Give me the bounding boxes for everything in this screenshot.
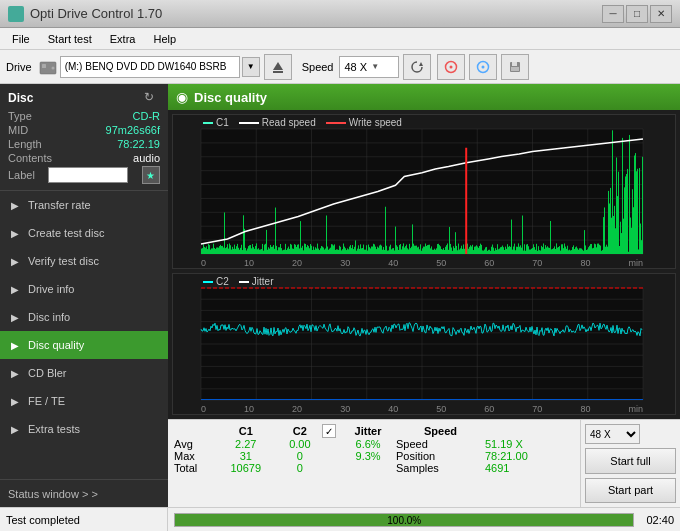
main-layout: Disc ↻ Type CD-R MID 97m26s66f Length 78…	[0, 84, 680, 507]
sidebar-item-fe-te[interactable]: ▶ FE / TE	[0, 387, 168, 415]
chart1-legend: C1 Read speed Write speed	[203, 117, 402, 128]
contents-value: audio	[133, 152, 160, 164]
speed-value-stat: 51.19 X	[485, 438, 574, 450]
disc-quality-icon: ▶	[8, 338, 22, 352]
nav-label-create-test-disc: Create test disc	[28, 227, 104, 239]
speed-dropdown[interactable]: 48 X ▼	[339, 56, 399, 78]
nav-label-extra-tests: Extra tests	[28, 423, 80, 435]
svg-point-9	[482, 65, 485, 68]
status-message: Test completed	[6, 514, 80, 526]
sidebar-item-drive-info[interactable]: ▶ Drive info	[0, 275, 168, 303]
chart1-canvas	[173, 115, 675, 268]
save-button[interactable]	[501, 54, 529, 80]
sidebar-item-transfer-rate[interactable]: ▶ Transfer rate	[0, 191, 168, 219]
samples-label-stat: Samples	[396, 462, 485, 474]
extra-tests-icon: ▶	[8, 422, 22, 436]
drive-dropdown[interactable]: (M:) BENQ DVD DD DW1640 BSRB	[60, 56, 240, 78]
row-total-label: Total	[174, 462, 214, 474]
position-value-stat: 78:21.00	[485, 450, 574, 462]
transfer-rate-icon: ▶	[8, 198, 22, 212]
label-input[interactable]	[48, 167, 128, 183]
progress-label: 100.0%	[387, 514, 421, 525]
row-avg-c1: 2.27	[214, 438, 278, 450]
length-label: Length	[8, 138, 42, 150]
position-label-stat: Position	[396, 450, 485, 462]
drive-label: Drive	[6, 61, 32, 73]
content-area: ◉ Disc quality 200 150 100 50 30 20 15 1…	[168, 84, 680, 507]
row-total-c2: 0	[278, 462, 323, 474]
svg-rect-12	[511, 67, 519, 71]
sidebar-item-verify-test-disc[interactable]: ▶ Verify test disc	[0, 247, 168, 275]
disc-quality-header-icon: ◉	[176, 89, 188, 105]
menu-file[interactable]: File	[4, 31, 38, 47]
chart2-canvas	[173, 274, 675, 414]
fe-te-icon: ▶	[8, 394, 22, 408]
nav-label-cd-bler: CD Bler	[28, 367, 67, 379]
sidebar-item-disc-quality[interactable]: ▶ Disc quality	[0, 331, 168, 359]
sidebar-item-disc-info[interactable]: ▶ Disc info	[0, 303, 168, 331]
row-total-c1: 10679	[214, 462, 278, 474]
menu-help[interactable]: Help	[145, 31, 184, 47]
speed-select-dropdown[interactable]: 48 X	[585, 424, 640, 444]
cd-button[interactable]	[469, 54, 497, 80]
contents-label: Contents	[8, 152, 52, 164]
nav-label-disc-info: Disc info	[28, 311, 70, 323]
chart1-legend-c1: C1	[216, 117, 229, 128]
row-max-jitter: 9.3%	[340, 450, 396, 462]
start-part-button[interactable]: Start part	[585, 478, 676, 504]
chart2-legend: C2 Jitter	[203, 276, 273, 287]
jitter-checkbox[interactable]: ✓	[322, 424, 336, 438]
drive-dropdown-arrow[interactable]: ▼	[242, 57, 260, 77]
row-max-c1: 31	[214, 450, 278, 462]
svg-marker-3	[273, 62, 283, 70]
create-test-disc-icon: ▶	[8, 226, 22, 240]
row-avg-jitter: 6.6%	[340, 438, 396, 450]
speed-label: Speed	[302, 61, 334, 73]
minimize-button[interactable]: ─	[602, 5, 624, 23]
svg-marker-5	[419, 62, 423, 66]
col-jitter: Jitter	[340, 424, 396, 438]
svg-rect-11	[512, 62, 517, 66]
disc-refresh-icon[interactable]: ↻	[144, 90, 160, 106]
row-max-label: Max	[174, 450, 214, 462]
nav-label-fe-te: FE / TE	[28, 395, 65, 407]
start-full-button[interactable]: Start full	[585, 448, 676, 474]
speed-buttons-panel: 48 X Start full Start part	[580, 420, 680, 507]
maximize-button[interactable]: □	[626, 5, 648, 23]
disc-panel-label: Disc	[8, 91, 33, 105]
disc-quality-title: Disc quality	[194, 90, 267, 105]
eject-button[interactable]	[264, 54, 292, 80]
chart1: 200 150 100 50 30 20 15 10 5 0 48X 40X 3…	[172, 114, 676, 269]
nav-label-drive-info: Drive info	[28, 283, 74, 295]
sidebar-item-create-test-disc[interactable]: ▶ Create test disc	[0, 219, 168, 247]
chart2-legend-jitter: Jitter	[252, 276, 274, 287]
refresh-button[interactable]	[403, 54, 431, 80]
svg-rect-1	[42, 64, 46, 68]
col-speed-header: Speed	[396, 424, 485, 438]
status-window-label: Status window > >	[8, 488, 98, 500]
disc-info-panel: Disc ↻ Type CD-R MID 97m26s66f Length 78…	[0, 84, 168, 191]
sidebar: Disc ↻ Type CD-R MID 97m26s66f Length 78…	[0, 84, 168, 507]
disc-info-icon: ▶	[8, 310, 22, 324]
label-button[interactable]: ★	[142, 166, 160, 184]
close-button[interactable]: ✕	[650, 5, 672, 23]
col-c2: C2	[278, 424, 323, 438]
speed-label-stat: Speed	[396, 438, 485, 450]
disc-quality-header: ◉ Disc quality	[168, 84, 680, 110]
toolbar: Drive (M:) BENQ DVD DD DW1640 BSRB ▼ Spe…	[0, 50, 680, 84]
chart1-legend-write: Write speed	[349, 117, 402, 128]
status-bar: Test completed 100.0% 02:40	[0, 507, 680, 531]
samples-value-stat: 4691	[485, 462, 574, 474]
menu-start-test[interactable]: Start test	[40, 31, 100, 47]
row-max-c2: 0	[278, 450, 323, 462]
sidebar-item-extra-tests[interactable]: ▶ Extra tests	[0, 415, 168, 443]
disc-button[interactable]	[437, 54, 465, 80]
status-window-button[interactable]: Status window > >	[0, 479, 168, 507]
svg-point-7	[450, 65, 453, 68]
sidebar-item-cd-bler[interactable]: ▶ CD Bler	[0, 359, 168, 387]
row-avg-c2: 0.00	[278, 438, 323, 450]
svg-point-2	[51, 66, 54, 69]
stats-row: C1 C2 ✓ Jitter Speed Avg	[168, 419, 680, 507]
menu-extra[interactable]: Extra	[102, 31, 144, 47]
mid-label: MID	[8, 124, 28, 136]
